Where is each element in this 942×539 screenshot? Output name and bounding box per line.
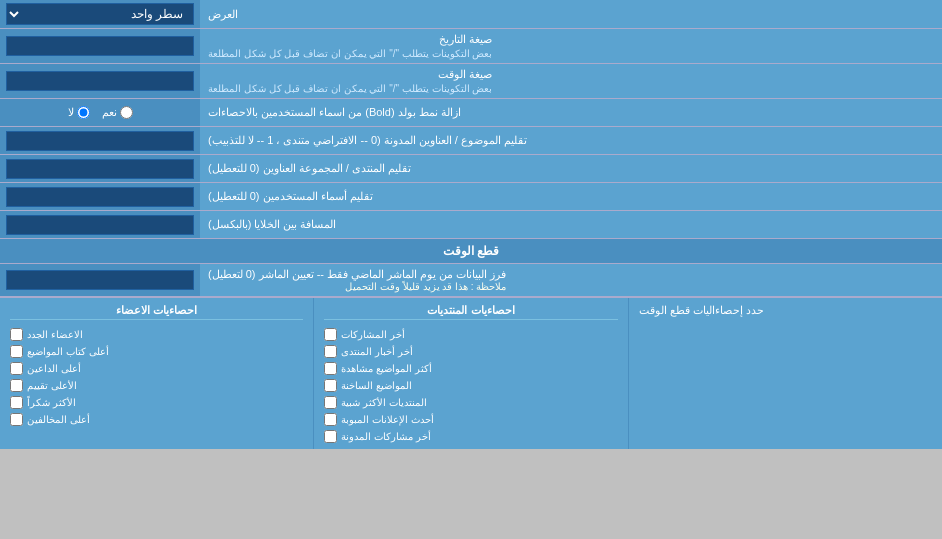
list-item: أعلى كتاب المواضيع — [10, 345, 303, 358]
time-cut-section-header: قطع الوقت — [0, 239, 942, 264]
list-item: أعلى الداعين — [10, 362, 303, 375]
list-item: المواضيع الساخنة — [324, 379, 617, 392]
bold-label: ازالة نمط بولد (Bold) من اسماء المستخدمي… — [208, 106, 461, 119]
post-stats-header: احصاءيات المنتديات — [324, 304, 617, 320]
checkbox-post-2[interactable] — [324, 345, 337, 358]
time-format-sublabel: بعض التكوينات يتطلب "/" التي يمكن ان تضا… — [208, 83, 492, 94]
list-item: أعلى المخالفين — [10, 413, 303, 426]
forum-input[interactable]: 33 — [6, 159, 194, 179]
date-format-label: صيغة التاريخ — [439, 33, 492, 45]
list-item: أخر المشاركات — [324, 328, 617, 341]
checkbox-post-6[interactable] — [324, 413, 337, 426]
spacing-input-container: 2 — [0, 211, 200, 238]
list-item: أحدث الإعلانات المبوبة — [324, 413, 617, 426]
display-dropdown-container: سطر واحد — [0, 0, 200, 28]
date-format-sublabel: بعض التكوينات يتطلب "/" التي يمكن ان تضا… — [208, 48, 492, 59]
usernames-input[interactable]: 0 — [6, 187, 194, 207]
checkbox-member-3[interactable] — [10, 362, 23, 375]
list-item: أخر مشاركات المدونة — [324, 430, 617, 443]
spacing-label: المسافة بين الخلايا (بالبكسل) — [208, 218, 337, 231]
date-format-input[interactable]: d-m — [6, 36, 194, 56]
checkbox-member-1[interactable] — [10, 328, 23, 341]
list-item: الاعضاء الجدد — [10, 328, 303, 341]
usernames-label: تقليم أسماء المستخدمين (0 للتعطيل) — [208, 190, 373, 203]
bold-radio-yes-label[interactable]: نعم — [102, 106, 133, 119]
list-item: أخر أخبار المنتدى — [324, 345, 617, 358]
spacing-input[interactable]: 2 — [6, 215, 194, 235]
bold-radio-container: نعم لا — [0, 99, 200, 126]
list-item: المنتديات الأكثر شبية — [324, 396, 617, 409]
member-stats-column: احصاءيات الاعضاء الاعضاء الجدد أعلى كتاب… — [0, 298, 314, 449]
checkbox-post-5[interactable] — [324, 396, 337, 409]
display-label: العرض — [208, 8, 238, 21]
checkbox-member-2[interactable] — [10, 345, 23, 358]
bold-radio-no-label[interactable]: لا — [68, 106, 90, 119]
date-format-input-container: d-m — [0, 29, 200, 63]
list-item: الأعلى تقييم — [10, 379, 303, 392]
list-item: أكثر المواضيع مشاهدة — [324, 362, 617, 375]
bold-radio-yes[interactable] — [120, 106, 133, 119]
checkbox-member-5[interactable] — [10, 396, 23, 409]
topics-input[interactable]: 33 — [6, 131, 194, 151]
topics-input-container: 33 — [0, 127, 200, 154]
time-cut-title: قطع الوقت — [443, 244, 499, 258]
time-cut-input[interactable]: 0 — [6, 270, 194, 290]
member-stats-header: احصاءيات الاعضاء — [10, 304, 303, 320]
checkboxes-area: حدد إحصاءاليات قطع الوقت احصاءيات المنتد… — [0, 297, 942, 449]
checkbox-post-1[interactable] — [324, 328, 337, 341]
time-format-input[interactable]: H:i — [6, 71, 194, 91]
checkbox-post-7[interactable] — [324, 430, 337, 443]
topics-label: تقليم الموضوع / العناوين المدونة (0 -- ا… — [208, 134, 527, 147]
time-format-input-container: H:i — [0, 64, 200, 98]
bold-no-text: لا — [68, 106, 74, 119]
bold-yes-text: نعم — [102, 106, 117, 119]
post-stats-column: احصاءيات المنتديات أخر المشاركات أخر أخب… — [314, 298, 628, 449]
list-item: الأكثر شكراً — [10, 396, 303, 409]
time-cut-input-container: 0 — [0, 264, 200, 296]
time-cut-label: فرز البيانات من يوم الماشر الماضي فقط --… — [208, 268, 506, 280]
checkbox-member-6[interactable] — [10, 413, 23, 426]
bold-radio-no[interactable] — [77, 106, 90, 119]
checkbox-post-3[interactable] — [324, 362, 337, 375]
forum-input-container: 33 — [0, 155, 200, 182]
time-cut-note: ملاحظة : هذا قد يزيد قليلاً وقت التحميل — [208, 281, 506, 292]
forum-label: تقليم المنتدى / المجموعة العناوين (0 للت… — [208, 162, 411, 175]
display-dropdown[interactable]: سطر واحد — [6, 3, 194, 25]
checkbox-post-4[interactable] — [324, 379, 337, 392]
checkbox-member-4[interactable] — [10, 379, 23, 392]
usernames-input-container: 0 — [0, 183, 200, 210]
time-format-label: صيغة الوقت — [438, 68, 492, 80]
stats-section-label: حدد إحصاءاليات قطع الوقت — [629, 298, 942, 449]
